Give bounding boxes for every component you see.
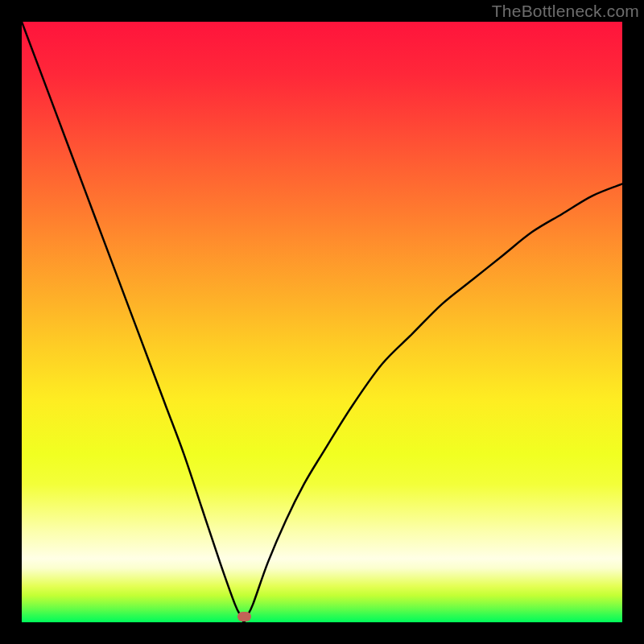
- gradient-background: [22, 22, 622, 622]
- plot-area: [22, 22, 622, 622]
- chart-frame: TheBottleneck.com: [0, 0, 644, 644]
- plot-svg: [22, 22, 622, 622]
- optimal-marker: [237, 612, 251, 621]
- watermark-text: TheBottleneck.com: [492, 2, 639, 21]
